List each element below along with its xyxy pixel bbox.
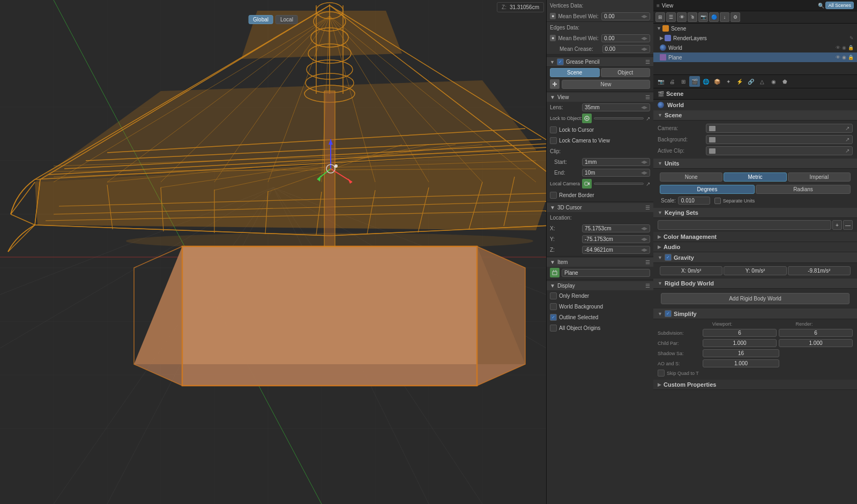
search-icon[interactable]: 🔍 bbox=[818, 3, 824, 9]
cursor-menu[interactable]: ☰ bbox=[645, 205, 650, 210]
lens-value[interactable]: 35mm ◀▶ bbox=[582, 103, 650, 111]
rigid-body-head[interactable]: ▼ Rigid Body World bbox=[653, 279, 857, 289]
skip-quad-checkbox[interactable] bbox=[658, 370, 665, 377]
gravity-z-val[interactable]: -9.81m/s² bbox=[788, 266, 851, 275]
start-value[interactable]: 1mm ◀▶ bbox=[582, 158, 650, 166]
degrees-btn[interactable]: Degrees bbox=[660, 185, 755, 194]
subdivision-viewport-val[interactable]: 6 bbox=[703, 329, 777, 337]
outliner-tool-4[interactable]: 🖱 bbox=[688, 12, 697, 22]
item-header[interactable]: ▼ Item ☰ bbox=[547, 258, 653, 267]
keying-sets-head[interactable]: ▼ Keying Sets bbox=[653, 208, 857, 218]
mean-crease-value[interactable]: 0.00 ◀▶ bbox=[602, 45, 651, 53]
scene-button[interactable]: Scene bbox=[550, 68, 600, 77]
all-scenes-btn[interactable]: All Scenes bbox=[825, 2, 854, 9]
background-val[interactable]: ↗ bbox=[706, 135, 853, 144]
outliner-item-scene[interactable]: ▼ Scene bbox=[653, 24, 857, 33]
lock-obj-field[interactable] bbox=[594, 117, 644, 119]
keying-remove-btn[interactable]: — bbox=[843, 220, 853, 230]
units-section-head[interactable]: ▼ Units bbox=[653, 159, 857, 169]
separate-units-check[interactable]: Separate Units bbox=[714, 198, 755, 204]
view-menu[interactable]: ☰ bbox=[645, 94, 650, 100]
plane-sel-icon[interactable]: ◉ bbox=[842, 55, 846, 60]
keying-add-btn[interactable]: + bbox=[832, 220, 842, 230]
ao-val[interactable]: 1.000 bbox=[703, 359, 779, 367]
gp-checkbox[interactable]: ✓ bbox=[557, 58, 564, 65]
prop-object-icon[interactable]: 📦 bbox=[712, 76, 722, 87]
new-button[interactable]: New bbox=[562, 80, 650, 89]
gp-menu-icon[interactable]: ☰ bbox=[645, 59, 650, 65]
end-value[interactable]: 10m ◀▶ bbox=[582, 169, 650, 177]
plane-eye-icon[interactable]: 👁 bbox=[836, 55, 840, 60]
local-cam-field[interactable] bbox=[594, 183, 644, 185]
gravity-head[interactable]: ▼ ✓ Gravity bbox=[653, 252, 857, 263]
plane-lock-icon[interactable]: 🔒 bbox=[848, 55, 854, 60]
simplify-checkbox[interactable]: ✓ bbox=[665, 310, 672, 317]
object-button[interactable]: Object bbox=[601, 68, 651, 77]
lock-cam-checkbox[interactable] bbox=[550, 137, 557, 144]
cursor-y-value[interactable]: -75.1753cm ◀▶ bbox=[582, 235, 650, 243]
keying-input-field[interactable] bbox=[658, 220, 831, 230]
prop-render-icon[interactable]: 📷 bbox=[655, 76, 666, 87]
prop-particles-icon[interactable]: ✦ bbox=[723, 76, 734, 87]
add-rigid-body-btn[interactable]: Add Rigid Body World bbox=[661, 293, 849, 304]
child-par-viewport-val[interactable]: 1.000 bbox=[703, 339, 777, 347]
scale-value-field[interactable]: 0.010 bbox=[678, 197, 710, 205]
prop-world-icon[interactable]: 🌐 bbox=[700, 76, 711, 87]
clip-pick-icon[interactable]: ↗ bbox=[845, 148, 849, 154]
world-eye-icon[interactable]: 👁 bbox=[836, 45, 840, 50]
custom-props-head[interactable]: ▶ Custom Properties bbox=[653, 380, 857, 390]
outliner-tool-2[interactable]: ☰ bbox=[666, 12, 676, 22]
outliner-tool-8[interactable]: ⚙ bbox=[731, 12, 740, 22]
outliner-tool-5[interactable]: 📷 bbox=[698, 12, 708, 22]
all-origins-checkbox[interactable] bbox=[550, 325, 557, 332]
world-lock-icon[interactable]: 🔒 bbox=[848, 45, 854, 50]
cursor-x-value[interactable]: 75.1753cm ◀▶ bbox=[582, 224, 650, 232]
local-button[interactable]: Local bbox=[275, 15, 298, 24]
none-btn[interactable]: None bbox=[660, 172, 722, 182]
outliner-tool-3[interactable]: 👁 bbox=[677, 12, 687, 22]
cursor-z-value[interactable]: -64.9621cm ◀▶ bbox=[582, 246, 650, 254]
view-header[interactable]: ▼ View ☰ bbox=[547, 93, 653, 102]
prop-view-layer-icon[interactable]: ⊞ bbox=[678, 76, 689, 87]
audio-head[interactable]: ▶ Audio bbox=[653, 242, 857, 252]
simplify-head[interactable]: ▼ ✓ Simplify bbox=[653, 309, 857, 319]
outliner-tool-6[interactable]: 🔵 bbox=[709, 12, 719, 22]
camera-pick-icon[interactable]: ↗ bbox=[845, 125, 849, 131]
prop-material-icon[interactable]: ◉ bbox=[768, 76, 779, 87]
item-name-value[interactable]: Plane bbox=[562, 269, 650, 277]
child-par-render-val[interactable]: 1.000 bbox=[779, 339, 853, 347]
outliner-item-world[interactable]: World 👁 ◉ 🔒 bbox=[653, 43, 857, 52]
prop-output-icon[interactable]: 🖨 bbox=[667, 76, 677, 87]
outliner-tool-1[interactable]: ⊞ bbox=[655, 12, 665, 22]
mean-bevel-value[interactable]: 0.00 ◀▶ bbox=[601, 12, 650, 20]
scene-section-head[interactable]: ▼ Scene bbox=[653, 110, 857, 121]
grease-pencil-header[interactable]: ▼ ✓ Grease Pencil ☰ bbox=[547, 57, 653, 67]
item-menu[interactable]: ☰ bbox=[645, 259, 650, 265]
bg-pick-icon[interactable]: ↗ bbox=[845, 137, 849, 142]
prop-constraints-icon[interactable]: 🔗 bbox=[746, 76, 756, 87]
local-cam-expand[interactable]: ↗ bbox=[646, 181, 650, 187]
gravity-checkbox[interactable]: ✓ bbox=[665, 254, 672, 261]
lock-obj-expand[interactable]: ↗ bbox=[646, 116, 650, 122]
camera-val[interactable]: ↗ bbox=[706, 124, 853, 133]
color-mgmt-head[interactable]: ▶ Color Management bbox=[653, 232, 857, 242]
shadow-sa-val[interactable]: 16 bbox=[703, 349, 779, 357]
mean-bevel2-value[interactable]: 0.00 ◀▶ bbox=[601, 34, 650, 42]
outliner-item-renderlayers[interactable]: ▶ RenderLayers ✎ bbox=[653, 33, 857, 43]
subdivision-render-val[interactable]: 6 bbox=[779, 329, 853, 337]
outliner-tool-7[interactable]: ↓ bbox=[720, 12, 729, 22]
prop-scene-icon[interactable]: 🎬 bbox=[689, 76, 700, 87]
edit-icon[interactable]: ✎ bbox=[849, 35, 854, 41]
lock-cursor-checkbox[interactable] bbox=[550, 126, 557, 133]
world-sel-icon[interactable]: ◉ bbox=[842, 45, 846, 50]
prop-data-icon[interactable]: △ bbox=[757, 76, 767, 87]
only-render-checkbox[interactable] bbox=[550, 292, 557, 299]
gravity-x-val[interactable]: X: 0m/s² bbox=[660, 266, 722, 275]
cursor-header[interactable]: ▼ 3D Cursor ☰ bbox=[547, 203, 653, 212]
outline-selected-checkbox[interactable]: ✓ bbox=[550, 314, 557, 321]
world-bg-checkbox[interactable] bbox=[550, 303, 557, 310]
display-header[interactable]: ▼ Display ☰ bbox=[547, 281, 653, 290]
active-clip-val[interactable]: ↗ bbox=[706, 146, 853, 155]
metric-btn[interactable]: Metric bbox=[724, 172, 786, 182]
imperial-btn[interactable]: Imperial bbox=[788, 172, 851, 182]
